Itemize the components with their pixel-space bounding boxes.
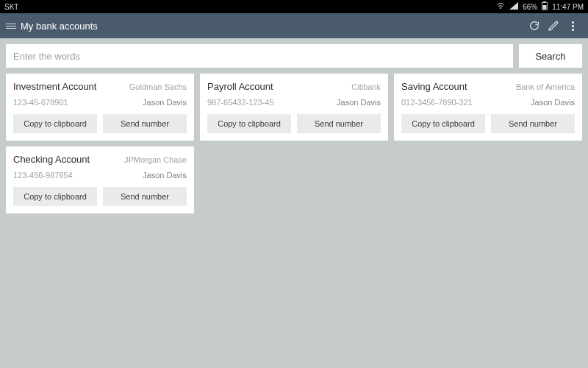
refresh-button[interactable] [525, 16, 544, 35]
svg-point-0 [500, 7, 501, 9]
account-card: Investment AccountGoldman Sachs123-45-67… [6, 74, 194, 141]
more-vert-icon [572, 21, 574, 31]
account-bank: Bank of America [516, 82, 575, 91]
battery-icon [542, 1, 548, 12]
carrier-label: SKT [4, 3, 18, 11]
account-number: 123-456-987654 [13, 171, 73, 180]
copy-button[interactable]: Copy to clipboard [13, 114, 97, 133]
send-button[interactable]: Send number [103, 114, 187, 133]
account-number: 123-45-678901 [13, 98, 68, 107]
menu-icon[interactable] [6, 24, 16, 29]
copy-button[interactable]: Copy to clipboard [13, 187, 97, 206]
account-title: Checking Account [13, 154, 90, 165]
clock-label: 11:47 PM [552, 3, 584, 11]
account-owner: Jason Davis [337, 98, 381, 107]
send-button[interactable]: Send number [491, 114, 575, 133]
account-title: Payroll Account [207, 81, 273, 92]
account-owner: Jason Davis [143, 171, 187, 180]
account-bank: Citibank [351, 82, 381, 91]
account-owner: Jason Davis [531, 98, 575, 107]
edit-button[interactable] [544, 16, 563, 35]
account-card: Payroll AccountCitibank987-65432-123-45J… [200, 74, 388, 141]
status-bar: SKT 66% 11:47 PM [0, 0, 588, 13]
svg-marker-1 [509, 2, 518, 10]
pencil-icon [548, 20, 559, 32]
send-button[interactable]: Send number [297, 114, 381, 133]
account-bank: Goldman Sachs [129, 82, 187, 91]
copy-button[interactable]: Copy to clipboard [207, 114, 291, 133]
account-owner: Jason Davis [143, 98, 187, 107]
search-button[interactable]: Search [519, 44, 582, 68]
copy-button[interactable]: Copy to clipboard [401, 114, 485, 133]
svg-rect-4 [543, 5, 547, 10]
account-card: Saving AccountBank of America012-3456-78… [394, 74, 582, 141]
account-title: Investment Account [13, 81, 96, 92]
search-input[interactable] [6, 44, 513, 68]
send-button[interactable]: Send number [103, 187, 187, 206]
overflow-button[interactable] [563, 16, 582, 35]
refresh-icon [528, 20, 540, 32]
app-bar: My bank accounts [0, 13, 588, 38]
account-card: Checking AccountJPMorgan Chase123-456-98… [6, 146, 194, 213]
search-row: Search [0, 38, 588, 74]
signal-icon [509, 2, 518, 11]
account-bank: JPMorgan Chase [124, 155, 187, 164]
account-number: 987-65432-123-45 [207, 98, 274, 107]
accounts-grid: Investment AccountGoldman Sachs123-45-67… [0, 74, 588, 219]
account-number: 012-3456-7890-321 [401, 98, 473, 107]
page-title: My bank accounts [21, 21, 98, 32]
wifi-icon [496, 2, 505, 11]
account-title: Saving Account [401, 81, 467, 92]
battery-label: 66% [523, 3, 537, 11]
